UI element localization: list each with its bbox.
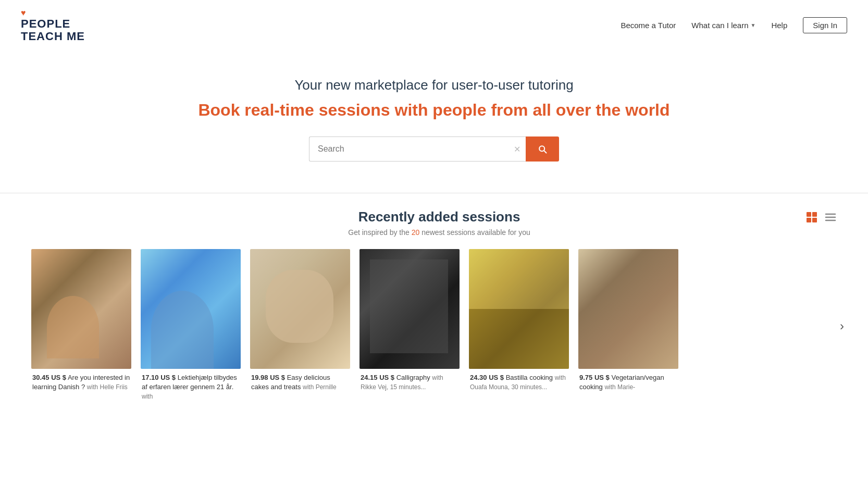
card-with: with Pernille (303, 383, 337, 391)
card-image-6 (578, 249, 678, 369)
sessions-title: Recently added sessions (73, 209, 805, 225)
card-price: 30.45 US $ (32, 374, 66, 381)
search-container: ✕ (10, 136, 858, 162)
card-info-2: 17.10 US $ Lektiehjælp tilbydes af erfar… (141, 369, 241, 404)
card-info-5: 24.30 US $ Bastilla cooking with Ouafa M… (469, 369, 569, 394)
search-input-wrap: ✕ (309, 136, 526, 162)
help-link[interactable]: Help (771, 21, 787, 30)
become-tutor-link[interactable]: Become a Tutor (621, 21, 676, 30)
cards-container: 30.45 US $ Are you interested in learnin… (31, 249, 837, 404)
card-price: 24.15 US $ (361, 374, 394, 381)
card-image-3 (250, 249, 350, 369)
card-info-1: 30.45 US $ Are you interested in learnin… (31, 369, 131, 394)
card-price: 9.75 US $ (579, 374, 610, 381)
svg-rect-3 (812, 218, 817, 222)
next-button[interactable]: › (837, 314, 847, 339)
list-view-icon[interactable] (824, 211, 837, 226)
card-image-5 (469, 249, 569, 369)
card-price: 19.98 US $ (251, 374, 285, 381)
svg-rect-1 (812, 212, 817, 217)
search-input[interactable] (309, 136, 526, 162)
session-card[interactable]: 9.75 US $ Vegetarian/vegan cooking with … (578, 249, 678, 404)
cards-wrapper: 30.45 US $ Are you interested in learnin… (31, 249, 837, 404)
card-with: with (142, 393, 153, 400)
sessions-subtitle: Get inspired by the 20 newest sessions a… (73, 228, 805, 237)
hero-title: Book real-time sessions with people from… (10, 101, 858, 120)
logo-heart-icon: ♥ (21, 8, 26, 18)
session-card[interactable]: 30.45 US $ Are you interested in learnin… (31, 249, 131, 404)
sessions-header: Recently added sessions Get inspired by … (31, 209, 837, 237)
card-image-4 (359, 249, 460, 369)
svg-rect-2 (807, 218, 811, 222)
sessions-section: Recently added sessions Get inspired by … (0, 193, 868, 425)
session-card[interactable]: 24.30 US $ Bastilla cooking with Ouafa M… (469, 249, 569, 404)
card-description: Calligraphy (396, 374, 430, 381)
session-card[interactable]: 19.98 US $ Easy delicious cakes and trea… (250, 249, 350, 404)
card-with: with Helle Friis (87, 383, 128, 391)
logo[interactable]: ♥ PEOPLE TEACH ME (21, 8, 85, 43)
session-card[interactable]: 17.10 US $ Lektiehjælp tilbydes af erfar… (141, 249, 241, 404)
grid-view-icon[interactable] (805, 211, 818, 226)
view-controls (805, 211, 837, 226)
logo-text-line1: PEOPLE (21, 18, 85, 30)
sign-in-button[interactable]: Sign In (803, 17, 847, 33)
clear-search-icon[interactable]: ✕ (514, 144, 520, 154)
card-info-4: 24.15 US $ Calligraphy with Rikke Vej, 1… (359, 369, 460, 394)
card-image-1 (31, 249, 131, 369)
logo-text-line2: TEACH ME (21, 30, 85, 43)
search-button[interactable] (526, 136, 559, 162)
what-can-learn-dropdown[interactable]: What can I learn ▼ (691, 21, 755, 30)
sessions-title-block: Recently added sessions Get inspired by … (73, 209, 805, 237)
search-icon (537, 144, 548, 154)
card-price: 17.10 US $ (142, 374, 176, 381)
card-price: 24.30 US $ (470, 374, 504, 381)
card-with: with Marie- (604, 383, 635, 391)
card-description: Bastilla cooking (506, 374, 553, 381)
hero-subtitle: Your new marketplace for user-to-user tu… (10, 77, 858, 93)
main-nav: Become a Tutor What can I learn ▼ Help S… (621, 17, 847, 33)
hero-section: Your new marketplace for user-to-user tu… (0, 51, 868, 177)
card-info-6: 9.75 US $ Vegetarian/vegan cooking with … (578, 369, 678, 394)
svg-rect-0 (807, 212, 811, 217)
search-wrapper: ✕ (309, 136, 559, 162)
card-image-2 (141, 249, 241, 369)
chevron-down-icon: ▼ (751, 22, 756, 28)
header: ♥ PEOPLE TEACH ME Become a Tutor What ca… (0, 0, 868, 51)
session-card[interactable]: 24.15 US $ Calligraphy with Rikke Vej, 1… (359, 249, 460, 404)
card-info-3: 19.98 US $ Easy delicious cakes and trea… (250, 369, 350, 394)
